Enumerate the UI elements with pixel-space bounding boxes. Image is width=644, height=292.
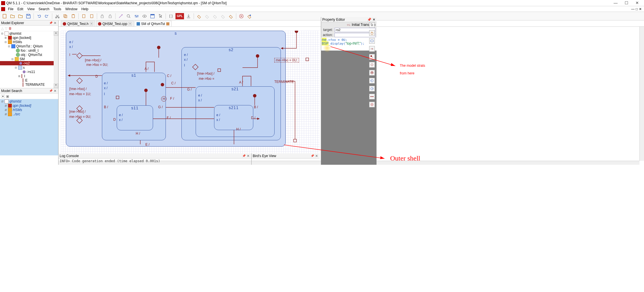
state-tool-icon[interactable] [369,38,375,44]
explorer-title: Model Explorer [1,21,24,25]
menu-file[interactable]: File [6,7,15,11]
tree-trans-s11[interactable]: ->s11 [0,70,54,74]
pin-icon[interactable]: 📌 [49,21,53,24]
undo-icon[interactable] [35,13,42,20]
bracket-icon[interactable] [168,13,174,20]
wand-icon[interactable] [117,13,124,20]
search-run-icon[interactable]: ▣ [6,94,9,98]
connector-tool-icon[interactable] [369,94,375,99]
tree-trans-s2[interactable]: ->s2 [0,61,54,65]
build1-icon[interactable] [196,13,202,20]
model-tree[interactable]: ⊟qhsmtst ⊞qpn [locked] ⊟HSMs ⊟QHsmTst : … [0,31,54,88]
menu-view[interactable]: View [26,7,36,11]
tab-sm-diagram[interactable]: SM of QHsmTst ✕ [135,21,172,26]
tab-dirty-close-icon[interactable]: ✕ [166,22,170,26]
mdi-close[interactable]: ✕ [639,7,642,11]
delete-icon[interactable]: 🗑 [9,26,12,30]
unlock-icon[interactable] [107,13,114,20]
menu-search[interactable]: Search [37,7,51,11]
save-icon[interactable] [25,13,32,20]
tree-sm[interactable]: ⊟SM [0,57,54,61]
diagram-icon [137,22,140,26]
download-icon[interactable] [185,13,192,20]
open-icon[interactable] [9,13,16,20]
menu-tools[interactable]: Tools [52,7,63,11]
menu-help[interactable]: Help [80,7,90,11]
tree-scrollbar[interactable]: ▲ ▼ [54,31,58,88]
mdi-restore[interactable]: □ [636,7,638,11]
new-icon[interactable] [1,13,8,20]
panel-close-icon[interactable]: ✕ [315,154,319,158]
tree-e[interactable]: E [0,78,54,82]
dropdown-icon[interactable]: ▾ [1,95,5,98]
paste2-icon[interactable] [80,13,87,20]
tree-obj[interactable]: obj : QHsmTst [0,53,54,57]
panel-close-icon[interactable]: ✕ [247,154,250,158]
search-hsms[interactable]: ⊞HSMs [0,108,58,112]
tab-qhsm-test-h[interactable]: QHSM_Test.h ✕ [61,21,95,26]
tree-qpn[interactable]: ⊞qpn [locked] [0,36,54,40]
zoom-icon[interactable] [125,13,132,20]
stop-icon[interactable] [238,13,245,20]
entry-tool-icon[interactable] [369,78,375,84]
terminate-tool-icon[interactable] [369,102,375,107]
search-results[interactable]: ⊟qhsmtst ⊞qpn [locked] ⊞HSMs ⊞../src [0,99,58,155]
canvas-vscroll[interactable] [639,27,644,161]
up-triangle-icon[interactable]: △ [1,26,4,30]
tree-state-s[interactable]: ⊟s [0,65,54,70]
pointer-icon[interactable] [157,13,164,20]
svg-rect-35 [371,40,374,42]
state-s211[interactable]: s211 [214,105,253,130]
action: me->foo = 0U; [86,63,108,67]
pin-icon[interactable]: 📌 [242,154,246,157]
tree-hsms[interactable]: ⊟HSMs [0,40,54,44]
tree-root[interactable]: ⊟qhsmtst [0,31,54,36]
tab-close-icon[interactable]: ✕ [90,22,93,26]
build3-icon[interactable] [212,13,218,20]
lock-icon[interactable] [99,13,106,20]
panel-close-icon[interactable]: ✕ [54,89,57,93]
grid-icon[interactable] [149,13,156,20]
paste3-icon[interactable] [88,13,95,20]
search-root[interactable]: ⊟qhsmtst [0,99,58,103]
search-qpn[interactable]: ⊞qpn [locked] [0,103,58,108]
tool-icon[interactable] [246,13,253,20]
menu-edit[interactable]: Edit [16,7,25,11]
history-tool-icon[interactable]: H [369,70,375,76]
tree-terminate[interactable]: TERMINATE [0,82,54,87]
cut-icon[interactable] [54,13,61,20]
mdi-minimize[interactable]: — [631,7,635,11]
maximize-button[interactable]: ☐ [624,1,629,5]
tree-foo[interactable]: foo : uint8_t [0,48,54,53]
trans-a2: A / [239,80,243,84]
open2-icon[interactable] [17,13,24,20]
tree-i[interactable]: ⊞I [0,74,54,78]
paste-icon[interactable] [70,13,77,20]
tree-class[interactable]: ⊟QHsmTst : QHsm [0,44,54,48]
search-src[interactable]: ⊞../src [0,112,58,116]
tab-close-icon[interactable]: ✕ [128,22,132,26]
trans-h: H / [136,132,140,135]
hand-tool-icon[interactable] [369,30,375,36]
tab-qhsm-test-cpp[interactable]: QHSM_Test.cpp ✕ [96,21,134,26]
build2-icon[interactable] [204,13,210,20]
svg-rect-7 [83,14,85,18]
down-triangle-icon[interactable]: ▽ [5,26,7,30]
transition-tool-icon[interactable] [369,46,375,52]
build5-icon[interactable] [227,13,234,20]
redo-icon[interactable] [43,13,50,20]
init-tool-icon[interactable] [369,54,375,60]
panel-close-icon[interactable]: ✕ [54,21,57,25]
minimize-button[interactable]: — [613,1,618,5]
settings-icon[interactable] [133,13,140,20]
exit-tool-icon[interactable] [369,86,375,91]
build4-icon[interactable] [219,13,226,20]
choice-tool-icon[interactable] [369,62,375,68]
close-button[interactable]: ✕ [634,1,640,5]
pin-icon[interactable]: 📌 [311,154,314,157]
pin-icon[interactable]: 📌 [49,89,53,92]
copy-icon[interactable] [62,13,69,20]
eye-icon[interactable] [141,13,148,20]
select-tool-icon[interactable] [369,22,375,28]
menu-window[interactable]: Window [64,7,79,11]
